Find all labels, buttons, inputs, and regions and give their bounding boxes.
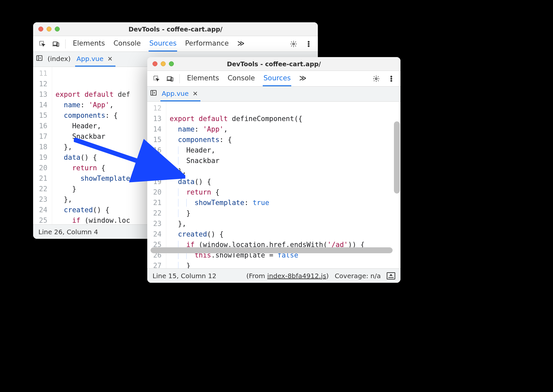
device-toggle-icon[interactable] [50,38,62,50]
cursor-position: Line 15, Column 12 [153,272,216,280]
maximize-icon[interactable] [169,61,174,66]
more-icon[interactable] [385,73,397,84]
tab-overflow[interactable]: ≫ [298,71,307,86]
drawer-toggle-icon[interactable] [387,272,395,279]
svg-point-13 [391,78,392,79]
svg-rect-15 [151,90,156,95]
file-tab-appvue[interactable]: App.vue ✕ [160,87,200,101]
file-tab-bar: App.vue ✕ [147,87,400,102]
inspect-icon[interactable] [36,38,48,50]
tab-overflow[interactable]: ≫ [236,36,245,52]
minimize-icon[interactable] [47,27,51,31]
line-numbers: 1213141516171819202122232425262728 [147,102,166,268]
svg-point-5 [308,43,309,45]
traffic-lights [38,27,60,31]
titlebar[interactable]: DevTools - coffee-cart.app/ [33,22,318,36]
window-title: DevTools - coffee-cart.app/ [33,26,318,33]
line-numbers: 111213141516171819202122232425262728 [33,67,52,224]
close-icon[interactable] [38,27,43,31]
titlebar[interactable]: DevTools - coffee-cart.app/ [147,57,400,71]
tab-console[interactable]: Console [227,71,256,86]
close-tab-icon[interactable]: ✕ [191,89,199,98]
panel-tabs: Elements Console Sources Performance ≫ [72,36,286,52]
device-toggle-icon[interactable] [164,73,176,84]
svg-point-12 [391,76,392,77]
file-tab-index[interactable]: (index) [46,52,72,67]
code-content[interactable]: export default defineComponent({ name: '… [166,102,368,268]
close-tab-icon[interactable]: ✕ [106,54,114,63]
coverage-status: Coverage: n/a [335,272,381,280]
inspect-icon[interactable] [151,73,162,84]
traffic-lights [153,61,174,66]
tab-sources[interactable]: Sources [263,71,291,86]
tab-performance[interactable]: Performance [184,36,229,52]
main-toolbar: Elements Console Sources Performance ≫ [33,36,318,52]
file-tab-label: App.vue [76,55,103,63]
sourcemap-link[interactable]: index-8bfa4912.js [267,272,326,280]
more-icon[interactable] [303,38,315,50]
code-editor[interactable]: 1213141516171819202122232425262728 expor… [147,102,400,268]
file-tab-appvue[interactable]: App.vue ✕ [75,52,115,67]
window-title: DevTools - coffee-cart.app/ [147,60,400,68]
main-toolbar: Elements Console Sources ≫ [147,71,400,87]
panel-tabs: Elements Console Sources ≫ [186,71,368,86]
vertical-scrollbar[interactable] [394,121,400,194]
tab-elements[interactable]: Elements [186,71,220,86]
devtools-window-2: DevTools - coffee-cart.app/ Elements Con… [147,57,400,283]
tab-sources[interactable]: Sources [149,36,177,52]
svg-point-14 [391,80,392,81]
maximize-icon[interactable] [55,27,60,31]
status-bar: Line 15, Column 12 (From index-8bfa4912.… [147,268,400,283]
tab-elements[interactable]: Elements [72,36,106,52]
gear-icon[interactable] [370,73,382,84]
file-tab-label: App.vue [162,90,189,97]
gear-icon[interactable] [288,38,299,50]
close-icon[interactable] [153,61,157,66]
show-navigator-icon[interactable] [150,89,157,98]
svg-point-6 [308,45,309,47]
svg-point-11 [375,78,377,80]
horizontal-scrollbar[interactable] [151,247,393,253]
source-from: (From index-8bfa4912.js) [246,272,329,280]
svg-rect-7 [37,55,42,60]
tab-console[interactable]: Console [113,36,141,52]
svg-point-4 [308,41,309,42]
cursor-position: Line 26, Column 4 [38,228,98,236]
svg-point-3 [293,43,295,45]
minimize-icon[interactable] [161,61,166,66]
code-content[interactable]: export default def name: 'App', componen… [52,67,133,224]
file-tab-label: (index) [48,55,71,63]
show-navigator-icon[interactable] [36,54,43,63]
